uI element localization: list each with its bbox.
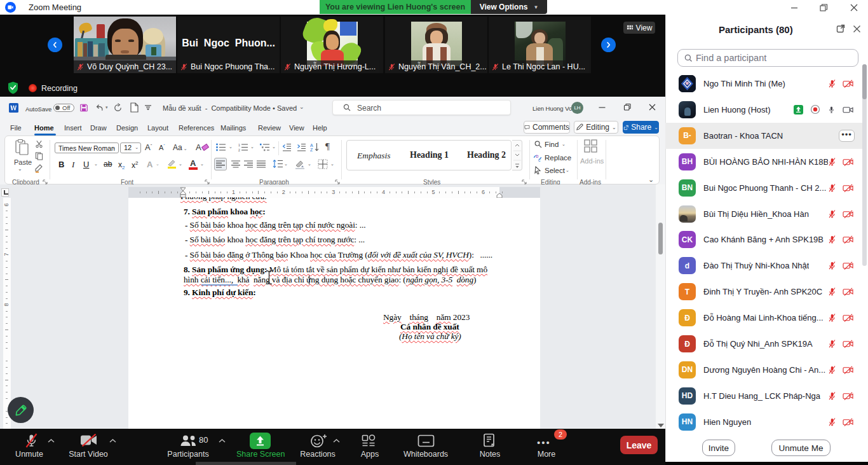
svg-text:c: c (538, 158, 541, 162)
svg-text:Z: Z (310, 148, 313, 152)
svg-text:1: 1 (238, 143, 240, 147)
svg-text:2: 2 (238, 148, 240, 152)
svg-text:A: A (310, 143, 313, 148)
